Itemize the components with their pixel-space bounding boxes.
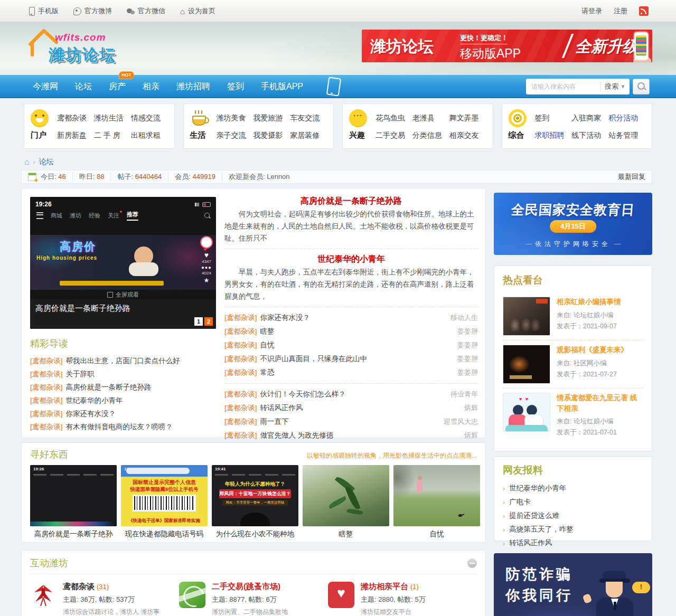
table-row[interactable]: [鸢都杂谈]转话风正作风炳辉 xyxy=(224,401,478,415)
category-link[interactable]: 家居装修 xyxy=(290,131,327,140)
list-item[interactable]: [鸢都杂谈]高房价就是一条断子绝孙路 xyxy=(30,381,216,394)
nav-item-forum[interactable]: 论坛 xyxy=(75,75,92,98)
category-link[interactable]: 潍坊生活 xyxy=(94,113,131,123)
search-input[interactable] xyxy=(530,82,600,91)
login-link[interactable]: 请登录 xyxy=(581,6,602,16)
category-link[interactable]: 鸢都杂谈 xyxy=(57,113,94,123)
goods-card[interactable]: 瞎整 xyxy=(303,465,389,539)
collapse-button[interactable] xyxy=(467,558,477,568)
table-row[interactable]: [鸢都杂谈]常恐姜姜胖 xyxy=(224,366,478,380)
home-icon[interactable]: ⌂ xyxy=(24,158,30,166)
list-item[interactable]: 观影福利《盛夏未来》 来自: 社区网小编 发表于：2021-07-27 xyxy=(503,340,643,388)
nav-item-dating[interactable]: 相亲 xyxy=(143,75,159,98)
category-link[interactable]: 出租求租 xyxy=(131,131,168,140)
list-item[interactable]: ›提前还贷这么难 xyxy=(503,509,643,523)
nav-item-mobile-app[interactable]: 手机版APP xyxy=(261,75,303,98)
nav-item-home[interactable]: 今潍网 xyxy=(33,75,58,98)
category-link[interactable]: 分类信息 xyxy=(412,131,449,140)
nav-item-jobs[interactable]: 潍坊招聘 xyxy=(176,75,210,98)
list-item[interactable]: ›广电卡 xyxy=(503,495,643,509)
logo-domain: wfits.com xyxy=(55,32,106,43)
newest-member-link[interactable]: Lennon xyxy=(267,173,289,181)
article-title[interactable]: 高房价就是一条断子绝孙路 xyxy=(224,195,478,207)
forum-entry[interactable]: 潍坊相亲平台(1) 主题: 2880, 帖数: 5万 潍坊征婚交友平台 xyxy=(328,582,477,616)
list-item[interactable]: ›世纪泰华的小青年 xyxy=(503,481,643,495)
category-link[interactable]: 求职招聘 xyxy=(535,131,572,140)
category-link[interactable]: 我爱旅游 xyxy=(253,113,290,123)
list-item[interactable]: ♥ ♥ 情系鸢都爱在九里元著 线下相亲 来自: 论坛红娘小编 发表于：2021-… xyxy=(503,388,643,441)
category-link[interactable]: 站务管理 xyxy=(608,131,645,140)
category-link[interactable]: 积分活动 xyxy=(608,113,645,123)
post-title: 不识庐山真面目，只缘身在此山中 xyxy=(260,354,368,364)
latest-replies-link[interactable]: 最新回复 xyxy=(618,172,645,182)
forum-name[interactable]: 二手交易(跳蚤市场) xyxy=(212,582,280,591)
category-link[interactable]: 我爱摄影 xyxy=(253,131,290,140)
category-link[interactable]: 情感交流 xyxy=(131,113,168,123)
nav-item-realestate[interactable]: 房产HOT xyxy=(109,75,126,98)
site-logo[interactable]: wfits.com 潍坊论坛 xyxy=(27,25,133,73)
register-link[interactable]: 注册 xyxy=(614,6,627,16)
official-wechat-link[interactable]: 官方微信 xyxy=(127,6,165,16)
search-type-dropdown[interactable]: 搜索▼ xyxy=(600,82,625,91)
category-link[interactable]: 亲子交流 xyxy=(217,131,253,140)
security-education-banner[interactable]: 全民国家安全教育日 4月15日 依法守护网络安全 xyxy=(494,193,652,255)
forum-entry[interactable]: 二手交易(跳蚤市场) 主题: 8877, 帖数: 6万 潍坊闲置、二手物品集散地 xyxy=(179,582,328,616)
forum-name[interactable]: 鸢都杂谈 xyxy=(63,582,95,591)
category-link[interactable]: 线下活动 xyxy=(571,131,608,140)
category-link[interactable]: 新房新盘 xyxy=(57,131,94,140)
table-row[interactable]: [鸢都杂谈]瞎整姜姜胖 xyxy=(224,325,478,338)
category-link[interactable]: 潍坊美食 xyxy=(217,113,253,123)
logo-site-name: 潍坊论坛 xyxy=(49,44,116,66)
hot-topic-title[interactable]: 观影福利《盛夏未来》 xyxy=(557,345,643,355)
app-tab-active: 推荐 xyxy=(127,211,138,221)
category-link[interactable]: 入驻商家 xyxy=(571,113,608,123)
category-link[interactable]: 车友交流 xyxy=(290,113,327,123)
hot-topic-title[interactable]: 情系鸢都爱在九里元著 线下相亲 xyxy=(557,393,643,413)
category-link[interactable]: 老潍县 xyxy=(412,113,449,123)
goods-card[interactable]: 10:08 国标禁止显示完整个人信息 快递面单需隐藏6位以上手机号 《快递电子运… xyxy=(121,465,208,539)
goods-card[interactable]: 19:26 高房价就是一条断子绝孙 xyxy=(30,465,117,539)
breadcrumb-current[interactable]: 论坛 xyxy=(39,157,54,167)
list-item[interactable]: ›转话风正作风 xyxy=(503,536,643,550)
featured-post-thumbnail[interactable]: 19:26 商城 潍坊 经验 关注 推荐 高房价 High housing pr… xyxy=(30,197,216,329)
table-row[interactable]: [鸢都杂谈]自忧姜姜胖 xyxy=(224,338,478,352)
nav-item-checkin[interactable]: 签到 xyxy=(227,75,244,98)
category-link[interactable]: 舞文弄墨 xyxy=(449,113,486,123)
goods-card-image: 19:41 年轻人为什么不愿种地了？ 郑风田：十亩地一万块钱怎么活？ 网友：辛辛… xyxy=(212,465,298,526)
hot-topic-source: 来自: 社区网小编 xyxy=(557,359,643,368)
forum-entry[interactable]: 鸢都杂谈(31) 主题: 36万, 帖数: 537万 潍坊综合话题讨论，潍坊人 … xyxy=(30,582,179,616)
goods-card[interactable]: 自忧 xyxy=(393,465,480,539)
category-link[interactable]: 花鸟鱼虫 xyxy=(375,113,412,123)
app-promo-banner[interactable]: 潍坊论坛 更快！更稳定！ 移动版APP 全新升级 xyxy=(362,30,652,62)
table-row[interactable]: [鸢都杂谈]不识庐山真面目，只缘身在此山中姜姜胖 xyxy=(224,352,478,366)
category-link[interactable]: 二 手 房 xyxy=(94,131,131,140)
forum-name[interactable]: 潍坊相亲平台 xyxy=(361,582,408,591)
post-author: 姜姜胖 xyxy=(457,340,478,350)
mobile-version-link[interactable]: 手机版 xyxy=(29,6,59,16)
category-link[interactable]: 二手交易 xyxy=(375,131,412,140)
search-button[interactable] xyxy=(633,79,650,94)
list-item[interactable]: [鸢都杂谈]帮我出出主意，店面门口卖点什么好 xyxy=(30,354,216,367)
article-title[interactable]: 世纪泰华的小青年 xyxy=(224,253,478,266)
official-weibo-link[interactable]: 官方微博 xyxy=(73,6,112,16)
set-homepage-link[interactable]: ⌂ 设为首页 xyxy=(180,6,215,16)
list-item[interactable]: [鸢都杂谈]关于辞职 xyxy=(30,367,216,381)
hot-topic-title[interactable]: 相亲红娘小编搞事情 xyxy=(557,297,643,307)
list-item[interactable]: [鸢都杂谈]你家还有水没？ xyxy=(30,407,216,420)
category-link[interactable]: 相亲交友 xyxy=(449,131,486,140)
forum-new-count: (1) xyxy=(410,583,419,591)
slide-page-2[interactable]: 2 xyxy=(204,317,213,326)
rss-icon[interactable] xyxy=(639,6,649,16)
list-item[interactable]: [鸢都杂谈]有木有做抖音电商的坛友？唠唠？ xyxy=(30,420,216,433)
table-row[interactable]: [鸢都杂谈]你家还有水没？移动人生 xyxy=(224,311,478,325)
goods-card[interactable]: 19:41 年轻人为什么不愿种地了？ 郑风田：十亩地一万块钱怎么活？ 网友：辛辛… xyxy=(212,465,298,539)
list-item[interactable]: ›高烧第五天了，咋整 xyxy=(503,523,643,536)
anti-fraud-banner[interactable]: 防范诈骗 你我同行 xyxy=(494,553,652,616)
table-row[interactable]: [鸢都杂谈]雨一直下迎雪风大志 xyxy=(224,415,478,429)
list-item[interactable]: 相亲红娘小编搞事情 来自: 论坛红娘小编 发表于：2021-09-07 xyxy=(503,292,643,340)
slide-page-1[interactable]: 1 xyxy=(194,317,203,326)
table-row[interactable]: [鸢都杂谈]做官先做人 为政先修德炳辉 xyxy=(224,429,478,442)
table-row[interactable]: [鸢都杂谈]伙计们！今天你们怎么样？待业青年 xyxy=(224,387,478,401)
list-item[interactable]: [鸢都杂谈]世纪泰华的小青年 xyxy=(30,394,216,407)
category-link[interactable]: 签到 xyxy=(535,113,572,123)
